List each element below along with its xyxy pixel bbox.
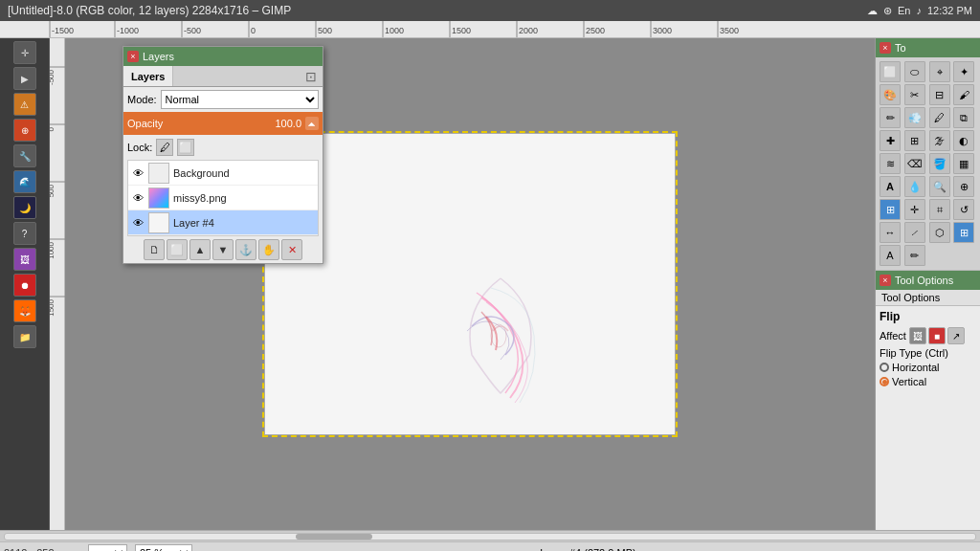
horizontal-radio[interactable] [880, 363, 889, 372]
canvas-area: × Layers Layers ⊡ Mode: Normal Multiply … [65, 38, 875, 530]
layer-up-button[interactable]: ▲ [189, 239, 211, 260]
tool-shear[interactable]: ⟋ [904, 222, 925, 243]
tool-airbrush[interactable]: 💨 [904, 107, 925, 128]
tool-gradient[interactable]: ▦ [953, 153, 974, 174]
hscroll-thumb[interactable] [296, 534, 372, 540]
affect-layer-icon[interactable]: 🖼 [909, 327, 926, 344]
tool-paintbrush[interactable]: 🖌 [953, 84, 974, 105]
layers-tabs: Layers ⊡ [123, 66, 323, 87]
tool-color-picker[interactable]: 💧 [904, 176, 925, 197]
layer-visibility-bg[interactable]: 👁 [130, 165, 145, 181]
tool-move[interactable]: ✛ [904, 199, 925, 220]
tool-rotate[interactable]: ↺ [953, 199, 974, 220]
layer-visibility-missy[interactable]: 👁 [130, 190, 145, 206]
tool-scale[interactable]: ↔ [880, 222, 901, 243]
svg-text:2500: 2500 [586, 26, 605, 35]
tool-clone[interactable]: ⧉ [953, 107, 974, 128]
flip-title: Flip [880, 310, 976, 323]
tool-fuzzy-select[interactable]: ✦ [953, 61, 974, 82]
tool-path[interactable]: A [880, 245, 901, 266]
tool-rect-select[interactable]: ⬜ [880, 61, 901, 82]
tool-heal[interactable]: ✚ [880, 130, 901, 151]
layer-down-button[interactable]: ▼ [212, 239, 234, 260]
right-panel: × To ⬜ ⬭ ⌖ ✦ 🎨 ✂ ⊟ 🖌 ✏ 💨 🖊 ⧉ ✚ ⊞ 🌫 ◐ ≋ ⌫… [875, 38, 980, 530]
tool-options-panel-title: Tool Options [895, 275, 953, 286]
tool-install[interactable]: ⊕ [13, 119, 36, 142]
tool-eraser[interactable]: ⌫ [904, 153, 925, 174]
layer-info: Layer #4 (272.0 MB) [200, 547, 976, 552]
tool-text[interactable]: A [880, 176, 901, 197]
tool-ink2[interactable]: ✏ [904, 245, 925, 266]
zoom-dropdown[interactable]: 25 % 50 % 100 % [135, 544, 192, 552]
tool-ellipse-select[interactable]: ⬭ [904, 61, 925, 82]
anchor-layer-button[interactable]: ⚓ [235, 239, 256, 260]
horizontal-scrollbar[interactable] [0, 530, 980, 541]
tool-smudge[interactable]: ≋ [880, 153, 901, 174]
tool-question[interactable]: ? [13, 222, 36, 245]
tool-perspective-clone[interactable]: ⊞ [904, 130, 925, 151]
svg-text:0: 0 [251, 26, 256, 35]
layers-tab-scroll[interactable]: ⊡ [300, 69, 323, 84]
en-indicator: En [898, 5, 910, 16]
lock-alpha-btn[interactable]: ⬜ [177, 139, 194, 156]
vertical-radio[interactable] [880, 377, 889, 386]
tool-foreground[interactable]: ⊟ [929, 84, 950, 105]
tool-options-tab-label: Tool Options [881, 292, 940, 303]
tool-options-close-button[interactable]: × [880, 275, 891, 286]
tool-options-content: Flip Affect 🖼 ■ ↗ Flip Type (Ctrl) Ho [876, 306, 980, 394]
unit-dropdown[interactable]: px mm in [88, 544, 127, 552]
svg-text:500: 500 [50, 184, 56, 197]
tool-record[interactable]: ⏺ [13, 274, 36, 297]
tool-blur-sharpen[interactable]: 🌫 [929, 130, 950, 151]
tool-dodge-burn[interactable]: ◐ [953, 130, 974, 151]
tool-measure[interactable]: ⊕ [953, 176, 974, 197]
lock-pixels-btn[interactable]: 🖊 [156, 139, 173, 156]
tool-options-titlebar: × Tool Options [876, 271, 980, 290]
tool-pencil[interactable]: ✏ [880, 107, 901, 128]
tool-files[interactable]: 📁 [13, 325, 36, 348]
svg-text:1500: 1500 [50, 298, 56, 316]
tool-ink[interactable]: 🖊 [929, 107, 950, 128]
affect-path-icon[interactable]: ↗ [947, 327, 965, 344]
layers-close-button[interactable]: × [127, 51, 139, 62]
tool-align[interactable]: ⊞ [880, 199, 901, 220]
tool-free-select[interactable]: ⌖ [929, 61, 950, 82]
layer-item-missy[interactable]: 👁 missy8.png [128, 186, 318, 210]
layer-item[interactable]: 👁 Background [128, 161, 318, 186]
main-layout: ✛ ▶ ⚠ ⊕ 🔧 🌊 🌙 ? 🖼 ⏺ 🦊 📁 -500 0 500 1000 … [0, 38, 980, 530]
tool-warning[interactable]: ⚠ [13, 93, 36, 116]
opacity-value: 100.0 [275, 118, 301, 129]
mode-select[interactable]: Normal Multiply Screen Overlay [161, 90, 319, 109]
tool-options-tab[interactable]: Tool Options [876, 290, 980, 306]
layers-tab[interactable]: Layers [123, 66, 173, 86]
svg-text:1500: 1500 [452, 26, 471, 35]
tool-firefox[interactable]: 🦊 [13, 299, 36, 322]
tool-image[interactable]: 🖼 [13, 248, 36, 271]
tool-crosshair[interactable]: ✛ [13, 41, 36, 64]
layer-visibility-4[interactable]: 👁 [130, 215, 145, 231]
move-layer-button[interactable]: ✋ [258, 239, 279, 260]
tool-moon[interactable]: 🌙 [13, 196, 36, 219]
affect-selection-icon[interactable]: ■ [928, 327, 946, 344]
layers-list[interactable]: 👁 Background 👁 missy8.png 👁 Laye [127, 160, 319, 236]
tool-bucket[interactable]: 🪣 [929, 153, 950, 174]
tool-color-select[interactable]: 🎨 [880, 84, 901, 105]
duplicate-layer-button[interactable]: ⬜ [167, 239, 188, 260]
tool-perspective[interactable]: ⬡ [929, 222, 950, 243]
tool-crop[interactable]: ⌗ [929, 199, 950, 220]
tool-scissors[interactable]: ✂ [904, 84, 925, 105]
bluetooth-icon: ⊛ [883, 5, 892, 17]
zoom-area: 25 % 50 % 100 % [135, 544, 192, 552]
tool-zoom[interactable]: 🔍 [929, 176, 950, 197]
new-layer-button[interactable]: 🗋 [144, 239, 165, 260]
tools-close-button[interactable]: × [880, 42, 891, 54]
delete-layer-button[interactable]: ✕ [281, 239, 302, 260]
tool-wrench[interactable]: 🔧 [13, 144, 36, 167]
ruler-left: -500 0 500 1000 1500 [50, 38, 65, 530]
opacity-spin[interactable]: ⏶ [305, 117, 319, 130]
tool-wave[interactable]: 🌊 [13, 170, 36, 193]
layer-item-4[interactable]: 👁 Layer #4 [128, 210, 318, 235]
tool-arrow[interactable]: ▶ [13, 67, 36, 90]
layers-panel-title: Layers [143, 51, 174, 62]
tool-flip[interactable]: ⊞ [953, 222, 974, 243]
